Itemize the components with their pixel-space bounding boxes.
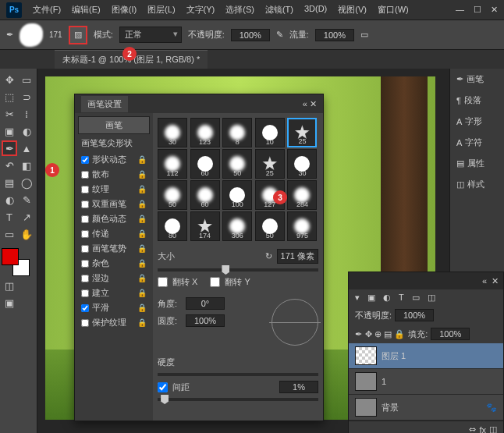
brush-preset[interactable]: 100	[222, 180, 252, 210]
dodge-tool[interactable]: ◐	[2, 192, 17, 208]
brush-settings-toggle[interactable]: ▨	[69, 26, 87, 44]
brush-option-7[interactable]: 杂色🔒	[78, 256, 150, 271]
brush-option-10[interactable]: 平滑🔒	[78, 300, 150, 315]
layers-fill-value[interactable]: 100%	[431, 328, 470, 340]
option-checkbox[interactable]	[81, 186, 89, 193]
layers-opacity-value[interactable]: 100%	[395, 309, 434, 321]
flipy-checkbox[interactable]	[210, 277, 220, 287]
filter-image-icon[interactable]: ▣	[367, 293, 375, 303]
brush-preset[interactable]: 50	[255, 211, 285, 241]
brush-tab-button[interactable]: 画笔	[78, 116, 150, 134]
layer-row[interactable]: 背景 🐾	[349, 395, 503, 421]
size-value[interactable]: 171 像素	[277, 249, 318, 264]
menu-view[interactable]: 视图(V)	[333, 1, 371, 19]
lock-icons[interactable]: ✥ ⊕ ▤ 🔒	[365, 329, 405, 339]
brush-option-8[interactable]: 湿边🔒	[78, 271, 150, 286]
close-icon[interactable]: ✕	[491, 5, 498, 15]
fx-icon[interactable]: fx	[479, 425, 486, 434]
brush-preset[interactable]: 30	[287, 149, 317, 179]
filter-type-icon[interactable]: T	[399, 293, 404, 303]
lock-icon[interactable]: 🔒	[137, 289, 147, 297]
option-checkbox[interactable]	[81, 319, 89, 327]
menu-filter[interactable]: 滤镜(T)	[261, 1, 298, 19]
collapse-icon[interactable]: «	[482, 276, 487, 286]
angle-roundness-control[interactable]	[272, 299, 318, 346]
maximize-icon[interactable]: ☐	[474, 5, 481, 15]
panel-character[interactable]: A字符	[450, 132, 504, 153]
brush-preset[interactable]: 50	[222, 149, 252, 179]
panel-properties[interactable]: ▤属性	[450, 153, 504, 174]
pen-tool[interactable]: ✎	[19, 192, 34, 208]
gradient-tool[interactable]: ▤	[2, 175, 17, 190]
frame-tool[interactable]: ▣	[2, 123, 17, 139]
spot-heal-tool[interactable]: ◐	[19, 123, 34, 139]
lock-icon[interactable]: 🔒	[137, 200, 147, 208]
type-tool[interactable]: T	[2, 209, 17, 225]
brush-preset[interactable]: 10	[255, 118, 285, 147]
lock-icon[interactable]: 🔒	[137, 215, 147, 223]
marquee-tool[interactable]: ⬚	[2, 89, 17, 105]
flow-value[interactable]: 100%	[315, 29, 354, 41]
spacing-checkbox[interactable]	[158, 382, 168, 392]
lock-icon[interactable]: 🔒	[137, 259, 147, 268]
filter-adjust-icon[interactable]: ◐	[383, 293, 391, 303]
flipx-checkbox[interactable]	[158, 277, 168, 287]
brush-tool-icon[interactable]: ✒	[6, 30, 13, 40]
brush-option-0[interactable]: 形状动态🔒	[78, 152, 150, 167]
brush-option-9[interactable]: 建立🔒	[78, 286, 150, 300]
option-checkbox[interactable]	[81, 201, 89, 208]
flip-icon[interactable]: ↻	[265, 251, 272, 261]
brush-option-2[interactable]: 纹理🔒	[78, 182, 150, 197]
angle-value[interactable]: 0°	[186, 297, 225, 310]
path-tool[interactable]: ↗	[19, 209, 34, 225]
size-slider[interactable]	[158, 268, 318, 272]
menu-3d[interactable]: 3D(D)	[300, 1, 332, 19]
panel-glyphs[interactable]: A字形	[450, 111, 504, 132]
hand-tool[interactable]: ✋	[19, 226, 34, 242]
blur-tool[interactable]: ◯	[19, 175, 34, 190]
shape-tool[interactable]: ▭	[2, 226, 17, 242]
brush-preset[interactable]: 174	[190, 211, 220, 241]
brush-preset[interactable]: 123	[190, 118, 220, 147]
option-checkbox[interactable]	[81, 289, 89, 297]
close-panel-icon[interactable]: ✕	[492, 276, 499, 286]
panel-styles[interactable]: ◫样式	[450, 174, 504, 195]
layer-row[interactable]: 1	[349, 369, 503, 395]
menu-select[interactable]: 选择(S)	[221, 1, 259, 19]
mask-icon[interactable]: ◫	[489, 424, 497, 433]
menu-layer[interactable]: 图层(L)	[143, 1, 179, 19]
layer-name[interactable]: 背景	[382, 402, 399, 413]
opacity-value[interactable]: 100%	[231, 29, 270, 41]
menu-file[interactable]: 文件(F)	[28, 1, 66, 19]
brush-preset[interactable]: 80	[158, 211, 187, 241]
screen-mode-tool[interactable]: ▣	[2, 295, 17, 311]
option-checkbox[interactable]	[81, 245, 89, 253]
menu-text[interactable]: 文字(Y)	[182, 1, 220, 19]
layer-row[interactable]: 图层 1	[349, 343, 503, 369]
option-checkbox[interactable]	[81, 260, 89, 268]
airbrush-icon[interactable]: ▭	[360, 30, 368, 40]
brush-preset[interactable]: 25	[255, 149, 285, 179]
option-checkbox[interactable]	[81, 156, 89, 164]
color-swatches[interactable]	[2, 248, 30, 276]
panel-paragraph[interactable]: ¶段落	[450, 90, 504, 111]
lock-icon[interactable]: 🔒	[137, 244, 147, 253]
brush-preset[interactable]: 284	[287, 180, 317, 210]
move-tool[interactable]: ✥	[2, 72, 17, 87]
tip-shape-row[interactable]: 画笔笔尖形状	[78, 136, 150, 151]
menu-window[interactable]: 窗口(W)	[373, 1, 413, 19]
option-checkbox[interactable]	[81, 230, 89, 238]
collapse-icon[interactable]: «	[303, 99, 307, 108]
option-checkbox[interactable]	[81, 171, 89, 179]
menu-edit[interactable]: 编辑(E)	[67, 1, 105, 19]
minimize-icon[interactable]: —	[456, 5, 464, 15]
layer-name[interactable]: 1	[382, 377, 386, 386]
filter-shape-icon[interactable]: ▭	[412, 293, 420, 303]
lock-icon[interactable]: 🔒	[137, 303, 147, 312]
lock-icon[interactable]: 🔒	[137, 229, 147, 238]
brush-option-5[interactable]: 传递🔒	[78, 226, 150, 241]
brush-option-11[interactable]: 保护纹理🔒	[78, 315, 150, 330]
pressure-opacity-icon[interactable]: ✎	[276, 30, 283, 40]
link-icon[interactable]: ⇔	[469, 424, 476, 433]
foreground-color[interactable]	[2, 248, 19, 265]
